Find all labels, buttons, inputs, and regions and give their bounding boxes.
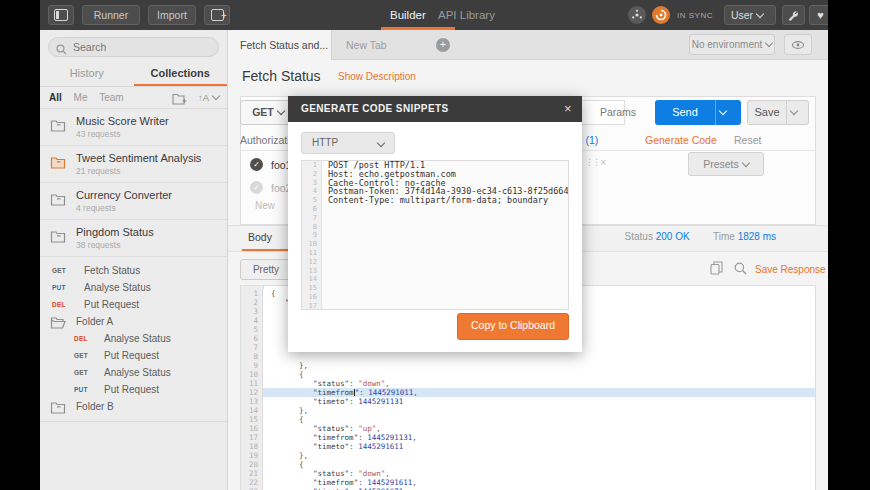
send-button[interactable]: Send <box>655 100 741 125</box>
folder-item[interactable]: Folder A <box>40 313 227 330</box>
presets-dropdown[interactable]: Presets <box>688 152 764 176</box>
sync-status-text: IN SYNC <box>677 0 713 30</box>
modal-close-icon[interactable]: × <box>564 96 572 122</box>
json-line-content: }, <box>263 406 815 415</box>
environment-preview-button[interactable] <box>784 34 812 55</box>
json-line-number: 3 <box>241 307 263 316</box>
json-token: 1445291011 <box>368 388 413 397</box>
copy-response-icon[interactable] <box>710 261 723 279</box>
send-label: Send <box>655 100 715 125</box>
folder-icon <box>50 230 66 243</box>
drag-handle-icon[interactable]: ⋮⋮ <box>585 157 599 167</box>
request-item[interactable]: DELPut Request <box>40 296 227 313</box>
json-line: 9}, <box>241 361 815 370</box>
body-active-underline <box>242 249 288 251</box>
sync-status-icon[interactable] <box>652 6 670 24</box>
language-selector[interactable]: HTTP <box>301 132 395 154</box>
collection-name: Pingdom Status <box>76 220 227 238</box>
folder-open-icon <box>50 316 66 329</box>
json-token: "timeto" <box>313 397 349 406</box>
user-menu[interactable]: User <box>724 5 776 25</box>
postman-window: Runner Import Builder API Library IN SYN… <box>40 0 828 490</box>
tab-api-library[interactable]: API Library <box>438 0 495 30</box>
remove-row-icon[interactable]: × <box>600 156 606 168</box>
method-badge: PUT <box>52 279 66 296</box>
show-description-link[interactable]: Show Description <box>338 71 416 82</box>
sync-station-icon[interactable] <box>628 6 646 24</box>
json-token: : <box>359 388 368 397</box>
snippet-line: 12 <box>302 258 568 267</box>
snippet-line: 11 <box>302 249 568 258</box>
request-item[interactable]: GETAnalyse Status <box>40 364 227 381</box>
json-line-number: 13 <box>241 397 263 406</box>
filter-all[interactable]: All <box>49 92 62 103</box>
runner-button[interactable]: Runner <box>82 5 140 25</box>
snippet-line: 17 <box>302 302 568 310</box>
tab-collections[interactable]: Collections <box>134 62 228 86</box>
json-line-number: 20 <box>241 460 263 469</box>
json-line-number: 16 <box>241 424 263 433</box>
folder-item[interactable]: Folder B <box>40 398 227 415</box>
auth-item[interactable]: ✓foo2 <box>250 178 291 200</box>
json-line-number: 11 <box>241 379 263 388</box>
sidebar-divider <box>40 421 227 422</box>
code-snippet-box[interactable]: 1POST /post HTTP/1.12Host: echo.getpostm… <box>301 160 569 310</box>
json-line: 13"timeto": 1445291131 <box>241 397 815 406</box>
collection-item[interactable]: Currency Converter4 requests <box>40 183 227 220</box>
request-item[interactable]: GETPut Request <box>40 347 227 364</box>
json-token: { <box>299 460 304 469</box>
request-name: Analyse Status <box>104 364 171 381</box>
search-response-icon[interactable] <box>734 261 747 279</box>
json-line-content: "timeto": 1445291611 <box>263 442 815 451</box>
pretty-view-button[interactable]: Pretty <box>240 259 292 280</box>
collection-item[interactable]: Pingdom Status38 requests <box>40 220 227 257</box>
search-input[interactable] <box>48 37 219 57</box>
method-badge: GET <box>74 347 88 364</box>
json-token: , <box>412 433 417 442</box>
sort-button[interactable]: ↑A <box>198 87 219 108</box>
save-response-link[interactable]: Save Response <box>755 264 826 275</box>
json-line: 15{ <box>241 415 815 424</box>
import-button[interactable]: Import <box>148 5 196 25</box>
method-badge: DEL <box>52 296 66 313</box>
tab-builder[interactable]: Builder <box>390 0 426 30</box>
copy-to-clipboard-button[interactable]: Copy to Clipboard <box>457 313 569 340</box>
modal-title: GENERATE CODE SNIPPETS <box>301 103 449 114</box>
snippet-line: 14 <box>302 275 568 284</box>
snippet-line-text <box>322 293 568 302</box>
favorites-heart-button[interactable]: ♥ <box>809 5 828 25</box>
status-value: 200 OK <box>656 231 690 242</box>
settings-wrench-button[interactable] <box>782 5 805 25</box>
request-item[interactable]: GETFetch Status <box>40 262 227 279</box>
save-button[interactable]: Save <box>747 100 809 125</box>
params-button[interactable]: Params <box>588 100 648 125</box>
request-item[interactable]: DELAnalyse Status <box>40 330 227 347</box>
request-item[interactable]: PUTAnalyse Status <box>40 279 227 296</box>
json-line-content: "status": "down", <box>263 379 815 388</box>
snippet-line-number: 7 <box>302 214 322 223</box>
new-item-placeholder[interactable]: New <box>255 200 275 211</box>
json-line-number: 10 <box>241 370 263 379</box>
response-tab-body[interactable]: Body <box>248 231 272 243</box>
environment-selector[interactable]: No environment <box>689 34 775 55</box>
json-token: , <box>385 469 390 478</box>
collection-item[interactable]: Music Score Writer43 requests <box>40 109 227 146</box>
request-tab-active[interactable]: Fetch Status and... <box>228 30 332 60</box>
json-line-content: "status": "up", <box>263 424 815 433</box>
generate-code-link[interactable]: Generate Code <box>645 134 717 146</box>
filter-team[interactable]: Team <box>99 92 123 103</box>
snippet-line: 9 <box>302 231 568 240</box>
sidebar-toggle-button[interactable] <box>48 5 74 25</box>
add-tab-button[interactable]: + <box>436 38 450 52</box>
request-item[interactable]: PUTPut Request <box>40 381 227 398</box>
new-window-button[interactable] <box>204 5 230 25</box>
save-options-segment[interactable] <box>786 101 803 124</box>
tab-history[interactable]: History <box>40 62 134 86</box>
collections-list: Music Score Writer43 requestsTweet Senti… <box>40 109 227 257</box>
auth-item[interactable]: ✓foo1 <box>250 155 291 177</box>
collection-item[interactable]: Tweet Sentiment Analysis21 requests <box>40 146 227 183</box>
filter-me[interactable]: Me <box>74 92 88 103</box>
reset-link[interactable]: Reset <box>734 134 761 146</box>
send-options-segment[interactable] <box>715 100 736 125</box>
request-tab-new[interactable]: New Tab <box>346 30 432 60</box>
